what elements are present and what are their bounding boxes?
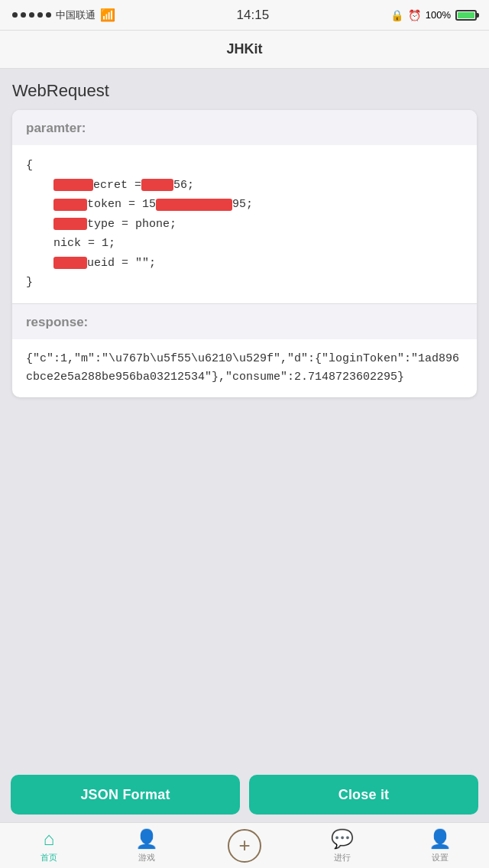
response-body: {"c":1,"m":"\u767b\u5f55\u6210\u529f","d…: [12, 339, 477, 397]
tab-home[interactable]: ⌂ 首页: [0, 828, 98, 863]
status-bar: 中国联通 📶 14:15 🔒 ⏰ 100%: [0, 0, 489, 31]
home-icon: ⌂: [44, 828, 55, 850]
token-text: token = 15: [87, 195, 156, 215]
code-line-secret: ecret = 56;: [26, 176, 463, 196]
nav-bar: JHKit: [0, 31, 489, 69]
nav-title: JHKit: [226, 41, 262, 57]
parameter-section-header: paramter:: [12, 110, 477, 145]
tab-games-label: 游戏: [138, 852, 155, 863]
nick-text: nick = 1;: [53, 234, 115, 254]
tab-bar: ⌂ 首页 👤 游戏 + 💬 进行 👤 设置: [0, 822, 489, 868]
carrier-label: 中国联通: [56, 8, 96, 22]
response-label: response:: [26, 315, 463, 330]
page-section-title: WebRequest: [12, 81, 477, 101]
alarm-icon: ⏰: [408, 9, 421, 21]
tab-settings[interactable]: 👤 设置: [391, 828, 489, 863]
redact-token-val: [156, 199, 232, 211]
redact-uniqueid-prefix: [53, 257, 87, 269]
response-section-header: response:: [12, 303, 477, 339]
main-content: WebRequest paramter: { ecret = 56; token…: [0, 69, 489, 822]
lock-icon: 🔒: [390, 9, 403, 21]
games-icon: 👤: [135, 828, 158, 850]
type-text: type = phone;: [87, 215, 176, 235]
secret-text: ecret =: [93, 176, 141, 196]
wifi-icon: 📶: [100, 8, 115, 22]
code-line-close-brace: }: [26, 273, 463, 293]
code-line-token: token = 15 95;: [26, 195, 463, 215]
status-left: 中国联通 📶: [12, 8, 115, 22]
uniqueid-text: ueid = "";: [87, 254, 156, 274]
redact-token-prefix: [53, 199, 87, 211]
tab-progress-label: 进行: [334, 852, 351, 863]
code-line-type: type = phone;: [26, 215, 463, 235]
battery-icon: [455, 10, 477, 21]
plus-circle-icon: +: [228, 829, 261, 863]
signal-dots: [12, 12, 51, 18]
request-card: paramter: { ecret = 56; token = 15 95; t…: [12, 110, 477, 397]
close-it-button[interactable]: Close it: [249, 775, 478, 815]
progress-icon: 💬: [331, 828, 354, 850]
status-right: 🔒 ⏰ 100%: [390, 9, 477, 21]
json-format-button[interactable]: JSON Format: [11, 775, 240, 815]
parameter-code-block: { ecret = 56; token = 15 95; type = phon…: [12, 145, 477, 303]
code-line-open-brace: {: [26, 156, 463, 176]
redact-secret-prefix: [53, 179, 93, 191]
tab-games[interactable]: 👤 游戏: [98, 828, 196, 863]
tab-progress[interactable]: 💬 进行: [293, 828, 391, 863]
code-line-nick: nick = 1;: [26, 234, 463, 254]
button-bar: JSON Format Close it: [0, 767, 489, 822]
redact-secret-val: [141, 179, 173, 191]
redact-type-prefix: [53, 218, 87, 230]
battery-percentage: 100%: [426, 9, 451, 21]
tab-settings-label: 设置: [432, 852, 449, 863]
tab-home-label: 首页: [40, 852, 57, 863]
tab-plus[interactable]: +: [196, 829, 293, 863]
parameter-label: paramter:: [26, 121, 463, 136]
code-line-uniqueid: ueid = "";: [26, 254, 463, 274]
status-time: 14:15: [237, 8, 270, 23]
settings-icon: 👤: [429, 828, 452, 850]
